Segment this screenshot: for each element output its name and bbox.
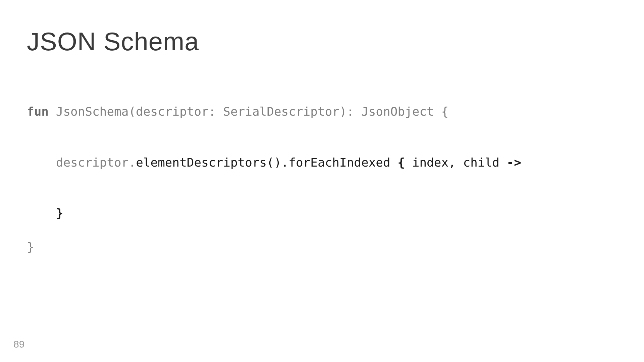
code-line-6: } [27, 239, 521, 255]
signature: JsonSchema(descriptor: SerialDescriptor)… [49, 105, 448, 118]
lambda-arrow: -> [507, 156, 521, 169]
lambda-params: index, child [405, 156, 506, 169]
lambda-close: } [56, 206, 63, 220]
descriptor-ref: descriptor. [56, 156, 136, 169]
code-line-5: } [27, 205, 521, 222]
code-line-1: fun JsonSchema(descriptor: SerialDescrip… [27, 103, 521, 120]
lambda-open: { [397, 156, 405, 169]
keyword-fun: fun [27, 105, 49, 118]
code-block: fun JsonSchema(descriptor: SerialDescrip… [27, 86, 521, 272]
indent-3 [27, 156, 56, 169]
page-number: 89 [13, 339, 24, 350]
code-line-3: descriptor.elementDescriptors().forEachI… [27, 154, 521, 171]
method-call: elementDescriptors().forEachIndexed [136, 156, 397, 169]
slide-title: JSON Schema [27, 27, 199, 56]
indent-5 [27, 206, 56, 220]
